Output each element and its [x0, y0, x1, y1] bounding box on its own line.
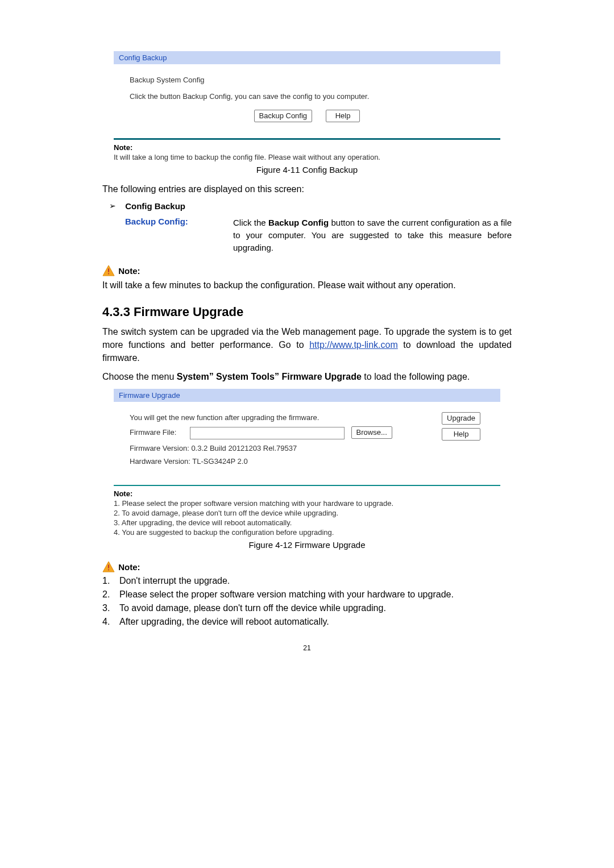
svg-rect-4: [108, 564, 109, 568]
svg-rect-1: [108, 269, 109, 272]
section-heading-firmware-upgrade: 4.3.3 Firmware Upgrade: [102, 305, 512, 319]
divider: [114, 138, 500, 140]
firmware-version-value: 0.3.2 Build 20121203 Rel.79537: [191, 444, 297, 452]
svg-rect-5: [108, 570, 109, 571]
bullet-arrow-icon: ➢: [109, 201, 123, 210]
upgrade-button[interactable]: Upgrade: [442, 412, 480, 425]
list-number: 3.: [102, 603, 119, 613]
firmware-note-4: 4. You are suggested to backup the confi…: [114, 528, 500, 537]
bullet-label-config-backup: Config Backup: [125, 201, 185, 211]
note-block-3: Note:: [102, 561, 512, 572]
firmware-note-3: 3. After upgrading, the device will rebo…: [114, 518, 500, 527]
screen-intro-text: The following entries are displayed on t…: [102, 182, 512, 196]
backup-config-button[interactable]: Backup Config: [254, 110, 313, 122]
firmware-note-label: Note:: [114, 489, 500, 498]
definition-term-backup-config: Backup Config:: [125, 217, 233, 254]
note-block-2: Note:: [102, 265, 512, 276]
figure-caption-1: Figure 4-11 Config Backup: [102, 165, 512, 175]
tp-link-url[interactable]: http://www.tp-link.com: [309, 340, 398, 350]
hardware-version-value: TL-SG3424P 2.0: [192, 457, 247, 466]
firmware-file-label: Firmware File:: [130, 428, 176, 437]
hardware-version-label: Hardware Version:: [130, 457, 190, 466]
firmware-panel-header: Firmware Upgrade: [114, 389, 500, 402]
warning-icon: [102, 265, 115, 276]
note-label-2: Note:: [118, 266, 140, 276]
note-text-2: It will take a few minutes to backup the…: [102, 279, 512, 292]
list-item: After upgrading, the device will reboot …: [119, 617, 329, 627]
list-item: Don't interrupt the upgrade.: [119, 576, 230, 586]
backup-description: Click the button Backup Config, you can …: [130, 92, 484, 101]
note-label-3: Note:: [118, 562, 140, 572]
note-text: It will take a long time to backup the c…: [114, 153, 500, 161]
list-item: To avoid damage, please don't turn off t…: [119, 603, 386, 613]
warning-icon: [102, 561, 115, 572]
list-number: 4.: [102, 617, 119, 627]
list-number: 2.: [102, 589, 119, 600]
menu-path-line: Choose the menu System” System Tools” Fi…: [102, 370, 512, 383]
page-number: 21: [102, 644, 512, 652]
firmware-upgrade-screenshot: Firmware Upgrade You will get the new fu…: [114, 389, 500, 537]
firmware-info-line: You will get the new function after upgr…: [130, 413, 430, 422]
definition-desc-backup-config: Click the Backup Config button to save t…: [233, 217, 512, 254]
backup-subheading: Backup System Config: [130, 76, 484, 84]
firmware-note-2: 2. To avoid damage, please don't turn of…: [114, 509, 500, 517]
note-label: Note:: [114, 143, 500, 152]
firmware-help-button[interactable]: Help: [442, 428, 480, 441]
final-notes-list: 1.Don't interrupt the upgrade. 2.Please …: [102, 576, 512, 627]
figure-caption-2: Figure 4-12 Firmware Upgrade: [102, 540, 512, 550]
firmware-version-label: Firmware Version:: [130, 444, 189, 452]
divider: [114, 485, 500, 486]
firmware-paragraph: The switch system can be upgraded via th…: [102, 325, 512, 365]
list-item: Please select the proper software versio…: [119, 589, 454, 600]
config-backup-screenshot: Config Backup Backup System Config Click…: [114, 51, 500, 161]
firmware-note-1: 1. Please select the proper software ver…: [114, 499, 500, 508]
help-button[interactable]: Help: [326, 110, 360, 122]
list-number: 1.: [102, 576, 119, 586]
browse-button[interactable]: Browse...: [351, 426, 392, 439]
svg-rect-2: [108, 273, 109, 275]
config-backup-panel-header: Config Backup: [114, 51, 500, 64]
firmware-file-input[interactable]: [190, 427, 345, 439]
